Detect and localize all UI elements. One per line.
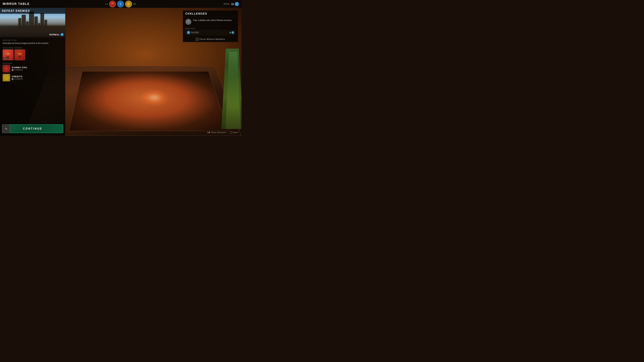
reward-rarity-1: COMMON xyxy=(12,78,23,80)
rewards-label: REWARDS xyxy=(3,62,62,64)
challenge-hero-icon xyxy=(185,19,191,25)
nav-left-label: L1 xyxy=(105,3,108,5)
description-text: Neutralize all enemy targets present at … xyxy=(3,42,62,45)
heroes-list: LVL 4 xyxy=(3,49,62,60)
challenges-panel: CHALLENGES Play 3 abilities with active … xyxy=(183,10,238,42)
rewards-section: REWARDS GAMMA COIL COMMON xyxy=(3,62,62,81)
reward-name-0: GAMMA COIL xyxy=(12,66,28,69)
reward-item-1: $ CREDITS COMMON xyxy=(3,74,62,81)
svg-point-18 xyxy=(20,53,21,54)
hero-face-1 xyxy=(15,50,25,60)
reward-icon-credits: $ xyxy=(3,74,10,81)
gloss-icon: G xyxy=(187,31,190,34)
back-label: Back xyxy=(234,131,238,133)
reward-icon-coil xyxy=(3,65,10,72)
svg-rect-13 xyxy=(8,55,9,55)
svg-point-17 xyxy=(18,53,20,54)
difficulty-plus-icon: + xyxy=(60,33,64,36)
challenge-rewards-label: REWARDS xyxy=(185,28,236,29)
intel-value: 12 xyxy=(231,3,234,5)
rarity-label-0: COMMON xyxy=(14,69,23,71)
mission-thumbnail: DEFEAT ENEMIES NORMAL + xyxy=(0,8,65,37)
show-research-key: L3 xyxy=(208,131,210,133)
svg-rect-27 xyxy=(188,22,189,23)
focus-modifier-label: Focus Mission Modifiers xyxy=(200,38,225,40)
back-hint: ○ Back xyxy=(230,131,238,134)
intel-icon: i xyxy=(235,2,239,6)
hero-avatar-0: LVL 4 xyxy=(3,49,14,60)
difficulty-badge: NORMAL + xyxy=(49,33,64,36)
svg-rect-9 xyxy=(7,56,10,57)
nav-icon-ironman[interactable] xyxy=(109,1,116,7)
reward-name-1: CREDITS xyxy=(12,75,23,78)
reward-rarity-0: COMMON xyxy=(12,69,28,71)
back-circle-icon: ○ xyxy=(230,131,232,134)
svg-point-21 xyxy=(6,68,7,69)
svg-point-11 xyxy=(7,53,8,54)
nav-right-label: R1 xyxy=(133,3,136,5)
intel-area: INTEL 12 i xyxy=(224,2,239,6)
mission-title: DEFEAT ENEMIES xyxy=(2,9,30,12)
svg-text:G: G xyxy=(232,32,233,33)
nav-icon-lightning[interactable] xyxy=(117,1,124,7)
svg-rect-1 xyxy=(112,4,113,5)
difficulty-text: NORMAL xyxy=(49,33,60,36)
rarity-diamond-0 xyxy=(12,69,14,71)
challenges-header: CHALLENGES xyxy=(183,10,238,17)
panel-content: DESCRIPTION Neutralize all enemy targets… xyxy=(0,37,65,124)
nav-center: L1 R1 xyxy=(105,1,136,7)
mission-title-banner: DEFEAT ENEMIES xyxy=(0,8,65,14)
challenge-reward-row: G GLOSS 2 G xyxy=(185,30,236,35)
rarity-label-1: COMMON xyxy=(14,78,23,80)
left-panel: DEFEAT ENEMIES NORMAL + DESCRIPTION Neut… xyxy=(0,8,66,136)
svg-point-3 xyxy=(112,3,112,4)
focus-modifier-button[interactable]: + Focus Mission Modifiers xyxy=(183,36,238,42)
bottom-bar: L3 Show Research ○ Back xyxy=(0,129,242,136)
required-heroes-label: REQUIRED HEROES xyxy=(3,47,62,49)
challenge-reward-left: G GLOSS xyxy=(187,31,199,34)
gloss-label: GLOSS xyxy=(191,31,199,34)
challenge-reward-right: 2 G xyxy=(230,31,234,34)
svg-point-7 xyxy=(128,3,129,5)
reward-info-0: GAMMA COIL COMMON xyxy=(12,66,28,71)
rarity-diamond-1 xyxy=(12,78,14,80)
description-label: DESCRIPTION xyxy=(3,39,62,41)
svg-point-12 xyxy=(8,53,10,54)
reward-info-1: CREDITS COMMON xyxy=(12,75,23,80)
page-title: MIRROR TABLE xyxy=(3,2,30,6)
intel-label: INTEL xyxy=(224,3,230,5)
show-research-hint: L3 Show Research xyxy=(208,131,226,133)
top-bar: MIRROR TABLE L1 R1 IN xyxy=(0,0,242,8)
show-research-label: Show Research xyxy=(211,131,226,133)
hero-avatar-1 xyxy=(14,49,25,60)
map-glow xyxy=(140,89,170,106)
reward-count: 2 xyxy=(230,31,231,34)
hero-level-0: LVL 4 xyxy=(4,57,8,59)
heroes-section: REQUIRED HEROES LVL 4 xyxy=(3,47,62,60)
map-display xyxy=(69,71,229,131)
svg-text:G: G xyxy=(188,32,189,33)
nav-icon-shield[interactable] xyxy=(125,1,132,7)
challenges-title: CHALLENGES xyxy=(185,12,207,15)
reward-item-0: GAMMA COIL COMMON xyxy=(3,65,62,72)
svg-point-4 xyxy=(113,3,113,4)
svg-text:$: $ xyxy=(6,76,7,79)
challenge-text-0: Play 3 abilities with active Redraw bonu… xyxy=(193,19,236,22)
title-area: MIRROR TABLE xyxy=(0,2,32,6)
challenge-rewards: REWARDS G GLOSS 2 G xyxy=(183,27,238,36)
challenge-item-0: Play 3 abilities with active Redraw bonu… xyxy=(183,17,238,27)
reward-gloss-icon: G xyxy=(232,31,234,34)
svg-point-26 xyxy=(188,21,189,22)
svg-rect-15 xyxy=(18,56,21,57)
focus-plus-icon: + xyxy=(196,38,198,40)
